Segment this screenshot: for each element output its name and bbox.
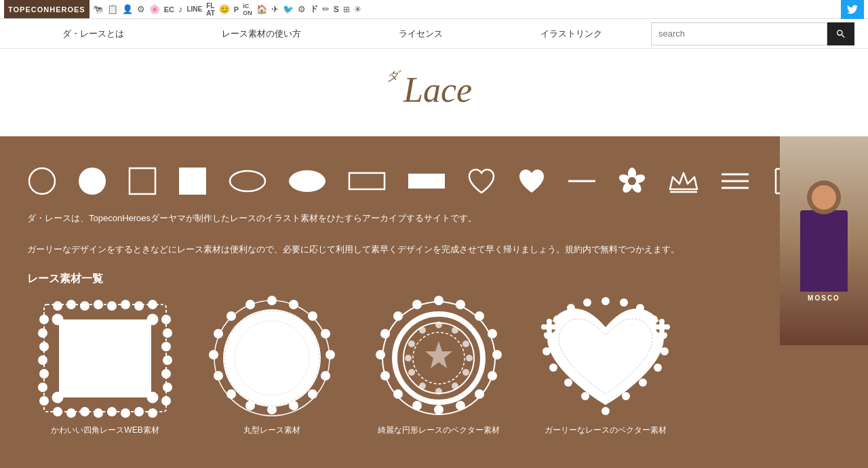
lace-square-label: かわいい四角レースWEB素材 xyxy=(51,425,159,436)
shape-ellipse-outline[interactable] xyxy=(228,169,267,193)
svg-point-62 xyxy=(321,371,330,381)
svg-point-44 xyxy=(161,315,171,324)
svg-point-53 xyxy=(147,314,158,325)
shape-square-outline[interactable] xyxy=(127,166,157,196)
svg-point-1 xyxy=(29,168,55,194)
svg-rect-51 xyxy=(59,319,151,397)
topbar: TOPECONHEROES 🐄 📋 👤 ⚙ 🌸 EC ♪ LINE FLAT 😊… xyxy=(0,0,868,19)
icon-icon[interactable]: iCON xyxy=(243,3,252,16)
svg-point-24 xyxy=(94,300,103,309)
site-logo[interactable]: TOPECONHEROES xyxy=(4,0,90,18)
lace-round-svg xyxy=(208,296,336,421)
icon-house[interactable]: 🏠 xyxy=(256,4,267,14)
svg-point-131 xyxy=(552,324,557,330)
svg-point-30 xyxy=(66,408,76,418)
icon-person[interactable]: 👤 xyxy=(122,4,133,14)
svg-point-55 xyxy=(147,392,158,403)
icon-gear[interactable]: ⚙ xyxy=(137,4,145,14)
shape-rect-fill[interactable] xyxy=(407,168,446,194)
icon-flower[interactable]: 🌸 xyxy=(149,4,160,14)
shape-flower[interactable] xyxy=(617,166,647,196)
shape-circle-fill[interactable] xyxy=(77,166,107,196)
search-input[interactable] xyxy=(651,22,827,45)
square-outline-icon xyxy=(127,166,157,196)
icon-pen[interactable]: ✏ xyxy=(322,4,330,14)
icon-p[interactable]: P xyxy=(234,5,239,14)
icon-do[interactable]: ド xyxy=(310,3,318,15)
svg-point-125 xyxy=(620,298,628,307)
shape-line[interactable] xyxy=(567,178,597,184)
shape-rect-outline[interactable] xyxy=(347,168,387,194)
shape-heart-fill[interactable] xyxy=(517,167,547,195)
icon-grid[interactable]: ⊞ xyxy=(343,5,350,14)
twitter-icon xyxy=(847,5,858,14)
lace-item-ring[interactable]: 綺麗な円形レースのベクター素材 xyxy=(361,297,517,436)
svg-point-115 xyxy=(564,378,572,387)
nav-links: ダ・レースとは レース素材の使い方 ライセンス イラストリンク xyxy=(14,28,651,40)
svg-point-23 xyxy=(80,301,90,311)
navbar: ダ・レースとは レース素材の使い方 ライセンス イラストリンク xyxy=(0,19,868,49)
svg-point-121 xyxy=(660,347,669,355)
lace-item-row2-1[interactable] xyxy=(27,447,183,468)
twitter-button[interactable] xyxy=(841,0,864,19)
svg-point-5 xyxy=(230,171,265,191)
svg-point-49 xyxy=(163,383,172,392)
shape-square-fill[interactable] xyxy=(178,166,208,196)
icon-ec[interactable]: EC xyxy=(164,5,174,14)
nav-links-ill[interactable]: イラストリンク xyxy=(540,28,602,40)
lace-item-round[interactable]: 丸型レース素材 xyxy=(194,297,350,436)
svg-point-98 xyxy=(466,355,473,362)
svg-point-130 xyxy=(541,324,547,330)
svg-rect-8 xyxy=(408,174,445,189)
icon-settings[interactable]: ⚙ xyxy=(298,4,306,14)
nav-about[interactable]: ダ・レースとは xyxy=(62,28,124,40)
ellipse-fill-icon xyxy=(288,169,327,193)
icon-cow[interactable]: 🐄 xyxy=(92,4,103,14)
svg-point-22 xyxy=(66,300,76,309)
svg-point-76 xyxy=(434,296,443,305)
nav-howto[interactable]: レース素材の使い方 xyxy=(222,28,301,40)
lace-ring-label: 綺麗な円形レースのベクター素材 xyxy=(378,425,500,436)
svg-point-71 xyxy=(226,311,236,321)
icon-plane[interactable]: ✈ xyxy=(271,4,279,14)
crown-icon xyxy=(667,168,700,195)
lace-item-row2-2[interactable] xyxy=(194,447,350,468)
svg-point-28 xyxy=(148,300,157,309)
svg-point-113 xyxy=(542,347,551,355)
icon-music[interactable]: ♪ xyxy=(178,4,183,14)
lace-row2-1-image xyxy=(27,447,183,468)
shape-heart-outline[interactable] xyxy=(467,167,496,195)
icon-star[interactable]: ✳ xyxy=(354,4,361,14)
shape-crown[interactable] xyxy=(667,168,700,195)
icon-s[interactable]: S xyxy=(334,5,339,14)
icon-bird[interactable]: 🐦 xyxy=(283,4,294,14)
svg-rect-3 xyxy=(130,168,155,194)
logo-prefix: ダ xyxy=(387,68,399,84)
line-icon xyxy=(567,178,597,184)
svg-point-72 xyxy=(245,300,255,309)
lines-icon xyxy=(720,169,750,193)
svg-point-88 xyxy=(376,350,385,359)
icon-line[interactable]: LINE xyxy=(186,5,202,13)
shape-ellipse-fill[interactable] xyxy=(288,169,327,193)
svg-point-124 xyxy=(636,304,644,312)
icon-copy[interactable]: 📋 xyxy=(107,4,118,14)
lace-item-square[interactable]: かわいい四角レースWEB素材 xyxy=(27,297,183,436)
search-button[interactable] xyxy=(827,22,854,45)
svg-point-129 xyxy=(547,330,552,335)
shape-lines[interactable] xyxy=(720,169,750,193)
nav-license[interactable]: ライセンス xyxy=(399,28,443,40)
svg-point-97 xyxy=(462,340,469,347)
svg-point-46 xyxy=(161,342,171,351)
search-icon xyxy=(835,28,846,39)
lace-row2-2-image xyxy=(194,447,350,468)
site-lace-logo: Lace xyxy=(400,62,481,116)
lace-item-heart[interactable]: ガーリーなレースのベクター素材 xyxy=(528,297,684,436)
icon-smile[interactable]: 😊 xyxy=(219,4,230,14)
icon-flat[interactable]: FLAT xyxy=(206,2,215,17)
lace-round-label: 丸型レース素材 xyxy=(243,425,300,436)
shape-circle-outline[interactable] xyxy=(27,166,57,196)
svg-point-36 xyxy=(148,408,157,418)
svg-point-73 xyxy=(223,309,321,407)
side-banner[interactable]: MOSCO xyxy=(780,136,868,345)
